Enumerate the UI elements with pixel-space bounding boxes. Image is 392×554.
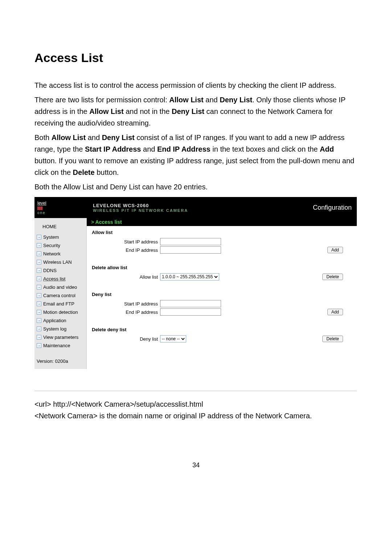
arrow-icon: → bbox=[37, 310, 41, 315]
text-bold: End IP Address bbox=[157, 145, 211, 153]
text-bold: Allow List bbox=[169, 96, 203, 104]
sidebar-item-wireless-lan[interactable]: →Wireless LAN bbox=[34, 258, 86, 266]
config-screenshot: level one LEVELONE WCS-2060 WIRELESS P/T… bbox=[34, 197, 357, 369]
logo-text: one bbox=[37, 211, 46, 215]
text: Both bbox=[34, 134, 52, 141]
deny-list-label: Deny list bbox=[92, 336, 160, 342]
section-heading-allow: Allow list bbox=[92, 230, 352, 235]
paragraph: Both the Allow List and Deny List can ha… bbox=[34, 181, 358, 193]
sidebar-item-label: Network bbox=[43, 251, 61, 257]
allow-end-ip-input[interactable] bbox=[160, 246, 221, 254]
breadcrumb: > Access list bbox=[87, 218, 357, 226]
text-bold: Deny List bbox=[220, 96, 252, 104]
section-heading-deny: Deny list bbox=[92, 292, 352, 297]
logo-text: level bbox=[37, 201, 46, 206]
sidebar-item-access-list[interactable]: →Access list bbox=[34, 275, 86, 283]
sidebar-item-label: Maintenance bbox=[43, 343, 70, 348]
product-subtitle: WIRELESS P/T IP NETWORK CAMERA bbox=[93, 208, 313, 213]
page-title: Access List bbox=[34, 51, 358, 65]
sidebar-item-label: DDNS bbox=[43, 268, 57, 273]
start-ip-label: Start IP address bbox=[92, 301, 160, 307]
allow-list-label: Allow list bbox=[92, 274, 160, 280]
sidebar-item-home[interactable]: HOME bbox=[34, 222, 86, 233]
allow-start-ip-input[interactable] bbox=[160, 238, 221, 245]
deny-add-button[interactable]: Add bbox=[327, 309, 343, 315]
arrow-icon: → bbox=[37, 251, 41, 256]
sidebar-item-label: System bbox=[43, 234, 59, 240]
end-ip-label: End IP address bbox=[92, 309, 160, 315]
arrow-icon: → bbox=[37, 301, 41, 306]
text: and not in the bbox=[124, 107, 172, 115]
text: in the text boxes and click on the bbox=[211, 145, 320, 153]
start-ip-label: Start IP address bbox=[92, 239, 160, 245]
text: and bbox=[86, 134, 102, 141]
main-panel: > Access list Allow list Start IP addres… bbox=[86, 218, 357, 369]
text-bold: Start IP Address bbox=[85, 145, 141, 153]
sidebar-item-label: Motion detection bbox=[43, 309, 78, 315]
deny-start-ip-input[interactable] bbox=[160, 300, 221, 307]
arrow-icon: → bbox=[37, 268, 41, 273]
text: and bbox=[141, 145, 157, 153]
section-heading-delete-allow: Delete allow list bbox=[92, 265, 352, 270]
sidebar-item-audio-video[interactable]: →Audio and video bbox=[34, 283, 86, 291]
arrow-icon: → bbox=[37, 235, 41, 239]
sidebar-item-label: Access list bbox=[43, 276, 65, 282]
paragraph: The access list is to control the access… bbox=[34, 79, 358, 91]
text-bold: Allow List bbox=[52, 134, 86, 141]
arrow-icon: → bbox=[37, 327, 41, 331]
allow-list-select[interactable]: 1.0.0.0 ~ 255.255.255.255 bbox=[160, 273, 219, 280]
arrow-icon: → bbox=[37, 293, 41, 298]
text-bold: Add bbox=[320, 145, 334, 153]
allow-add-button[interactable]: Add bbox=[327, 247, 343, 253]
text-bold: Deny List bbox=[172, 107, 204, 115]
section-heading-delete-deny: Delete deny list bbox=[92, 327, 352, 332]
sidebar-item-network[interactable]: →Network bbox=[34, 250, 86, 258]
sidebar-nav: HOME →System →Security →Network →Wireles… bbox=[34, 218, 86, 369]
footer-text: <url> http://<Network Camera>/setup/acce… bbox=[34, 398, 358, 410]
product-title: LEVELONE WCS-2060 bbox=[93, 203, 313, 208]
end-ip-label: End IP address bbox=[92, 247, 160, 253]
sidebar-item-email-ftp[interactable]: →Email and FTP bbox=[34, 300, 86, 308]
sidebar-item-motion-detection[interactable]: →Motion detection bbox=[34, 308, 86, 316]
text: There are two lists for permission contr… bbox=[34, 96, 169, 104]
sidebar-item-label: View parameters bbox=[43, 335, 78, 340]
deny-delete-button[interactable]: Delete bbox=[322, 336, 343, 342]
page-number: 34 bbox=[34, 461, 358, 469]
arrow-icon: → bbox=[37, 260, 41, 264]
sidebar-item-label: Email and FTP bbox=[43, 301, 74, 307]
sidebar-item-system[interactable]: →System bbox=[34, 233, 86, 241]
sidebar-item-maintenance[interactable]: →Maintenance bbox=[34, 341, 86, 350]
header-section-label: Configuration bbox=[313, 197, 357, 218]
arrow-icon: → bbox=[37, 343, 41, 348]
sidebar-item-system-log[interactable]: →System log bbox=[34, 325, 86, 333]
sidebar-item-label: Camera control bbox=[43, 293, 75, 298]
arrow-icon: → bbox=[37, 285, 41, 290]
arrow-icon: → bbox=[37, 318, 41, 323]
divider bbox=[34, 391, 357, 391]
text-bold: Delete bbox=[73, 168, 95, 176]
allow-delete-button[interactable]: Delete bbox=[322, 274, 343, 280]
paragraph: There are two lists for permission contr… bbox=[34, 94, 358, 129]
sidebar-item-security[interactable]: →Security bbox=[34, 241, 86, 250]
sidebar-item-label: Security bbox=[43, 243, 60, 248]
sidebar-item-label: System log bbox=[43, 326, 66, 332]
sidebar-item-view-parameters[interactable]: →View parameters bbox=[34, 333, 86, 341]
sidebar-item-camera-control[interactable]: →Camera control bbox=[34, 291, 86, 300]
version-label: Version: 0200a bbox=[34, 350, 86, 364]
arrow-icon: → bbox=[37, 243, 41, 248]
deny-list-select[interactable]: -- none -- bbox=[160, 335, 186, 342]
paragraph: Both Allow List and Deny List consist of… bbox=[34, 132, 358, 178]
header-bar: level one LEVELONE WCS-2060 WIRELESS P/T… bbox=[34, 197, 357, 218]
arrow-icon: → bbox=[37, 335, 41, 340]
text: button. bbox=[95, 168, 119, 176]
text-bold: Deny List bbox=[102, 134, 135, 141]
logo: level one bbox=[34, 197, 86, 218]
sidebar-item-application[interactable]: →Application bbox=[34, 316, 86, 325]
deny-end-ip-input[interactable] bbox=[160, 308, 221, 316]
footer-text: <Network Camera> is the domain name or o… bbox=[34, 410, 358, 422]
arrow-icon: → bbox=[37, 276, 41, 281]
sidebar-item-label: Wireless LAN bbox=[43, 259, 72, 265]
sidebar-item-ddns[interactable]: →DDNS bbox=[34, 266, 86, 275]
text: and bbox=[204, 96, 220, 104]
sidebar-item-label: Application bbox=[43, 318, 66, 323]
